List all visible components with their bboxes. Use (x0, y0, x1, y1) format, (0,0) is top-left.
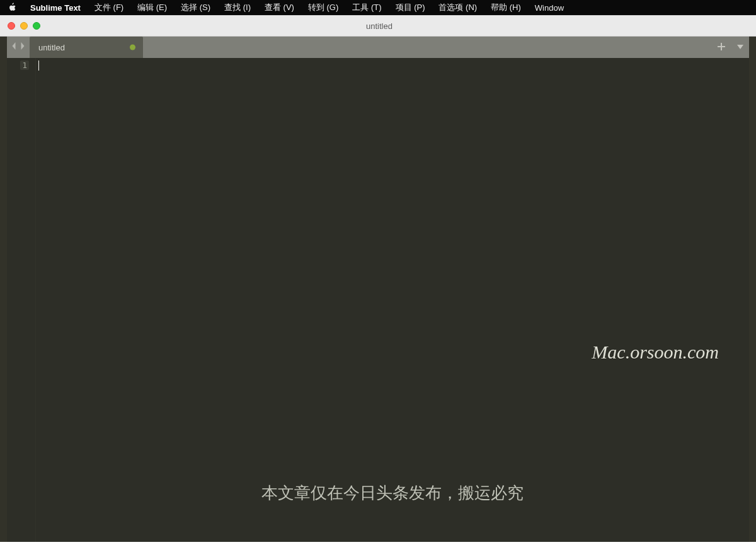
tab-active[interactable]: untitled (30, 37, 143, 58)
menu-help[interactable]: 帮助 (H) (491, 2, 521, 13)
menu-edit[interactable]: 编辑 (E) (137, 2, 167, 13)
menu-selection[interactable]: 选择 (S) (181, 2, 210, 13)
menu-preferences[interactable]: 首选项 (N) (438, 2, 477, 13)
apple-menu-icon[interactable] (8, 3, 16, 13)
screenshot-root: Sublime Text 文件 (F) 编辑 (E) 选择 (S) 查找 (I)… (0, 0, 756, 557)
text-caret-icon (38, 60, 39, 71)
editor-area: 1 Mac.orsoon.com 本文章仅在今日头条发布，搬运必究 (7, 58, 749, 542)
tab-history-nav (7, 37, 30, 58)
menu-window[interactable]: Window (535, 3, 564, 13)
tab-dropdown-icon[interactable] (736, 42, 744, 53)
menu-find[interactable]: 查找 (I) (224, 2, 251, 13)
tab-label: untitled (38, 43, 65, 52)
menu-tools[interactable]: 工具 (T) (352, 2, 381, 13)
menu-file[interactable]: 文件 (F) (94, 2, 123, 13)
watermark-notice: 本文章仅在今日头条发布，搬运必究 (36, 482, 749, 504)
menubar-app-name[interactable]: Sublime Text (30, 3, 81, 13)
line-number: 1 (20, 60, 29, 70)
nav-back-icon[interactable] (11, 42, 18, 53)
window-title: untitled (3, 21, 756, 31)
menu-view[interactable]: 查看 (V) (265, 2, 294, 13)
menu-goto[interactable]: 转到 (G) (308, 2, 338, 13)
tab-bar: untitled (7, 37, 749, 58)
frame-left (0, 37, 7, 542)
new-tab-icon[interactable] (718, 42, 725, 53)
line-number-gutter: 1 (7, 58, 36, 542)
macos-menubar: Sublime Text 文件 (F) 编辑 (E) 选择 (S) 查找 (I)… (0, 0, 756, 15)
frame-right (749, 37, 756, 542)
tab-dirty-indicator-icon (130, 45, 135, 50)
tab-bar-right (718, 37, 749, 58)
nav-forward-icon[interactable] (19, 42, 26, 53)
menu-project[interactable]: 项目 (P) (396, 2, 425, 13)
frame-bottom (0, 542, 756, 557)
text-editor[interactable]: Mac.orsoon.com 本文章仅在今日头条发布，搬运必究 (36, 58, 749, 542)
watermark-site: Mac.orsoon.com (592, 342, 719, 363)
window-titlebar: untitled (0, 15, 756, 37)
